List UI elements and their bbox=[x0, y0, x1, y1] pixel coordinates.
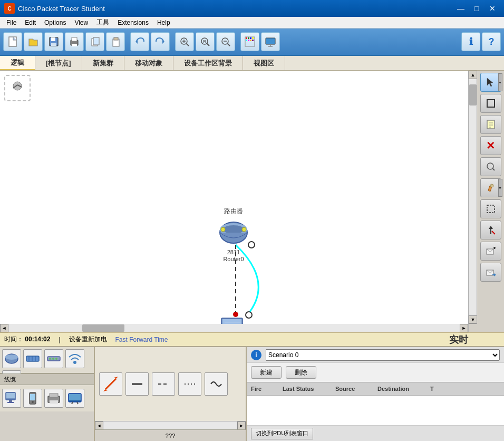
col-source: Source bbox=[333, 386, 375, 392]
tab-new-cluster[interactable]: 新集群 bbox=[82, 56, 124, 70]
palette-button[interactable] bbox=[240, 32, 259, 51]
zoom-find-button[interactable]: R bbox=[196, 32, 215, 51]
router-device[interactable]: 路由器 2811 Router0 bbox=[218, 207, 249, 262]
menu-options[interactable]: Options bbox=[40, 18, 70, 27]
printer-category[interactable] bbox=[44, 389, 63, 408]
help-button[interactable]: ? bbox=[482, 32, 501, 51]
pc-category[interactable] bbox=[2, 389, 21, 408]
delete-button[interactable]: ✕ bbox=[480, 136, 501, 155]
phone-category[interactable] bbox=[23, 389, 42, 408]
pc-icon bbox=[217, 316, 249, 324]
menu-file[interactable]: File bbox=[2, 18, 21, 27]
note-button[interactable] bbox=[480, 115, 501, 134]
info-button[interactable]: ℹ bbox=[461, 32, 480, 51]
router-name-label: Router0 bbox=[223, 256, 244, 262]
switch-pdu-button[interactable]: 切换到PDU列表窗口 bbox=[251, 428, 313, 439]
pdu-table-body bbox=[247, 396, 504, 425]
cable-type-panel: ◄ ► ??? bbox=[95, 347, 246, 441]
delete-pdu-button[interactable]: 删除 bbox=[286, 366, 316, 379]
menu-help[interactable]: Help bbox=[153, 18, 175, 27]
router-2811-label: 2811 bbox=[227, 248, 240, 256]
col-destination: Destination bbox=[375, 386, 428, 392]
hub-category[interactable] bbox=[44, 349, 63, 368]
send-envelope-button[interactable] bbox=[480, 263, 501, 282]
router-icon bbox=[218, 217, 249, 248]
paint-dropdown[interactable]: ▼ bbox=[498, 179, 502, 197]
wireless-category[interactable] bbox=[65, 349, 84, 368]
cable-label: 线缆 bbox=[0, 373, 94, 385]
svg-line-101 bbox=[105, 379, 116, 389]
cable-scroll-track bbox=[103, 421, 237, 429]
save-button[interactable] bbox=[44, 32, 63, 51]
menu-view[interactable]: View bbox=[70, 18, 92, 27]
maximize-button[interactable]: □ bbox=[469, 3, 484, 14]
cable-type-1[interactable] bbox=[99, 372, 122, 396]
paint-button[interactable]: ▼ bbox=[480, 178, 501, 197]
scroll-right-button[interactable]: ► bbox=[460, 324, 468, 332]
select-dropdown[interactable]: ▼ bbox=[498, 73, 502, 91]
zoom-in-button[interactable] bbox=[175, 32, 194, 51]
scroll-left-button[interactable]: ◄ bbox=[0, 324, 8, 332]
select-tool-button[interactable]: ▼ bbox=[480, 73, 501, 92]
pc-device[interactable]: PC- PT zhangxibing 我的电脑 bbox=[217, 316, 249, 324]
menu-extensions[interactable]: Extensions bbox=[113, 18, 153, 27]
scenario-select[interactable]: Scenario 0 bbox=[266, 349, 500, 361]
svg-rect-74 bbox=[26, 356, 39, 361]
svg-point-62 bbox=[490, 184, 493, 187]
cable-icons bbox=[95, 347, 246, 421]
minimize-button[interactable]: — bbox=[453, 3, 468, 14]
svg-marker-71 bbox=[494, 273, 496, 276]
app-icon: C bbox=[4, 3, 15, 14]
svg-point-44 bbox=[223, 225, 244, 234]
menu-tools[interactable]: 工具 bbox=[92, 17, 113, 28]
svg-rect-24 bbox=[246, 37, 247, 39]
open-button[interactable] bbox=[24, 32, 43, 51]
pdu-table-header: Fire Last Status Source Destination T bbox=[247, 382, 504, 396]
svg-line-21 bbox=[228, 44, 230, 46]
redo-button[interactable] bbox=[151, 32, 170, 51]
tab-view-area[interactable]: 视图区 bbox=[243, 56, 285, 70]
h-scroll-thumb[interactable] bbox=[82, 324, 124, 332]
new-pdu-button[interactable]: 新建 bbox=[251, 366, 282, 379]
dotted-rect-button[interactable] bbox=[480, 199, 501, 218]
move-arrow-button[interactable] bbox=[480, 220, 501, 239]
router-category[interactable] bbox=[2, 349, 21, 368]
cable-type-5[interactable] bbox=[205, 372, 228, 396]
undo-button[interactable] bbox=[130, 32, 149, 51]
print-button[interactable] bbox=[65, 32, 84, 51]
tab-device-bg[interactable]: 设备工作区背景 bbox=[173, 56, 243, 70]
router-type-label: 路由器 bbox=[224, 207, 243, 216]
cable-type-2[interactable] bbox=[125, 372, 149, 396]
draw-rect-button[interactable] bbox=[480, 94, 501, 113]
scroll-track bbox=[469, 79, 477, 315]
tv-category[interactable] bbox=[65, 389, 84, 408]
cable-scroll-right[interactable]: ► bbox=[237, 421, 246, 430]
add-envelope-button[interactable] bbox=[480, 242, 501, 261]
tab-move-object[interactable]: 移动对象 bbox=[124, 56, 173, 70]
svg-line-61 bbox=[492, 169, 495, 171]
svg-rect-32 bbox=[266, 38, 275, 44]
tab-root-node[interactable]: [根节点] bbox=[35, 56, 82, 70]
cable-type-4[interactable] bbox=[178, 372, 201, 396]
svg-rect-27 bbox=[252, 37, 254, 39]
title-bar: C Cisco Packet Tracer Student — □ ✕ bbox=[0, 0, 504, 17]
menu-edit[interactable]: Edit bbox=[21, 18, 40, 27]
col-fire: Fire bbox=[249, 386, 280, 392]
switch-category[interactable] bbox=[23, 349, 42, 368]
copy-button[interactable] bbox=[85, 32, 104, 51]
scroll-down-button[interactable]: ▼ bbox=[469, 315, 477, 324]
canvas-area[interactable]: 路由器 2811 Router0 bbox=[0, 71, 468, 324]
new-button[interactable] bbox=[3, 32, 22, 51]
paste-button[interactable] bbox=[106, 32, 125, 51]
tab-logical[interactable]: 逻辑 bbox=[0, 56, 35, 70]
zoom-tool-button[interactable] bbox=[480, 157, 501, 176]
svg-rect-8 bbox=[93, 37, 99, 45]
close-button[interactable]: ✕ bbox=[485, 3, 500, 14]
device-button[interactable] bbox=[261, 32, 280, 51]
scroll-up-button[interactable]: ▲ bbox=[469, 71, 477, 79]
scroll-thumb[interactable] bbox=[469, 84, 477, 106]
cable-scroll-left[interactable]: ◄ bbox=[95, 421, 103, 430]
zoom-out-button[interactable] bbox=[216, 32, 235, 51]
cable-type-3[interactable] bbox=[152, 372, 175, 396]
h-scroll-track bbox=[8, 324, 460, 332]
